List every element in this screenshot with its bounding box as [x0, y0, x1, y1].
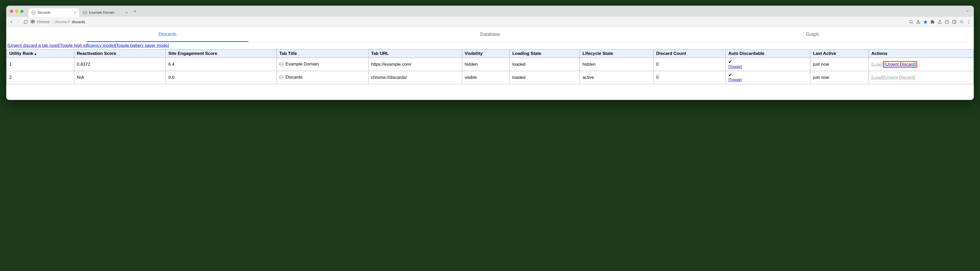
col-discard-count[interactable]: Discard Count [654, 49, 725, 58]
cell-discard-count: 0 [654, 71, 725, 84]
close-tab-button[interactable]: × [74, 11, 76, 15]
checkmark-icon: ✔ [728, 73, 808, 77]
toggle-battery-saver-link[interactable]: [Toggle battery saver mode] [115, 43, 169, 48]
sidepanel-icon[interactable] [952, 19, 956, 24]
col-tab-title[interactable]: Tab Title [277, 49, 369, 58]
cell-last-active: just now [810, 71, 869, 84]
tab-title: Example Domain [89, 11, 115, 14]
col-last-active[interactable]: Last Active [810, 49, 869, 58]
tab-strip: Discards × Example Domain × + [6, 6, 974, 17]
urgent-discard-action-link: [Urgent Discard] [883, 75, 915, 80]
cell-last-active: just now [810, 58, 869, 71]
svg-point-7 [969, 21, 969, 22]
table-row: 2N/A0.0Discardschrome://discards/visible… [7, 71, 974, 84]
cell-tab-title: Discards [277, 71, 369, 84]
globe-icon [279, 75, 283, 79]
forward-button[interactable] [16, 19, 21, 24]
cell-lifecycle-state: hidden [580, 58, 654, 71]
table-header-row: Utility Rank▲ Reactivation Score Site En… [7, 49, 974, 58]
sort-ascending-icon: ▲ [34, 52, 37, 56]
reload-button[interactable] [24, 19, 28, 24]
table-row: 10.83726.4Example Domainhttps://example.… [7, 58, 974, 71]
load-action-link: [Load] [872, 75, 883, 80]
kebab-menu-icon[interactable] [966, 19, 971, 24]
cell-visibility: hidden [462, 58, 509, 71]
close-tab-button[interactable]: × [126, 11, 128, 15]
bookmark-star-icon[interactable] [923, 19, 928, 24]
checkmark-icon: ✔ [728, 59, 808, 64]
col-tab-url[interactable]: Tab URL [368, 49, 462, 58]
tab-title: Discards [38, 11, 51, 14]
svg-rect-3 [953, 20, 956, 24]
browser-toolbar: Chrome | chrome://discards [6, 17, 974, 27]
cell-site-engagement-score: 0.0 [166, 71, 277, 84]
col-visibility[interactable]: Visibility [462, 49, 509, 58]
globe-icon [83, 11, 87, 15]
svg-point-5 [961, 21, 962, 22]
svg-point-0 [910, 20, 912, 23]
url-source-label: Chrome [37, 20, 50, 24]
tab-title-text: Example Domain [285, 62, 318, 67]
cell-lifecycle-state: active [580, 71, 654, 84]
view-tabs: Discards Database Graph [6, 27, 974, 42]
auto-discardable-toggle-link[interactable]: [Toggle] [728, 64, 742, 69]
globe-icon [279, 62, 283, 66]
window-controls [10, 10, 24, 13]
browser-window: Discards × Example Domain × + Chrome | c… [6, 6, 974, 100]
highlight-annotation: [Urgent Discard] [883, 61, 917, 68]
tab-title-text: Discards [285, 75, 302, 80]
view-tab-discards[interactable]: Discards [6, 27, 329, 42]
globe-icon [32, 11, 35, 15]
back-button[interactable] [9, 19, 14, 24]
cell-site-engagement-score: 6.4 [166, 58, 277, 71]
url-host: discards [72, 20, 85, 24]
auto-discardable-toggle-link[interactable]: [Toggle] [728, 78, 742, 82]
discards-page: Discards Database Graph [Urgent discard … [6, 27, 974, 100]
cell-tab-url: chrome://discards/ [368, 71, 462, 84]
separator: | [52, 20, 53, 24]
share-icon[interactable] [916, 19, 921, 24]
cell-visibility: visible [462, 71, 509, 84]
minimize-window-button[interactable] [15, 10, 18, 13]
profile-avatar-icon[interactable] [959, 19, 964, 24]
new-tab-button[interactable]: + [131, 9, 139, 14]
view-tab-graph[interactable]: Graph [651, 27, 974, 42]
col-label: Utility Rank [9, 51, 33, 56]
browser-tab-example[interactable]: Example Domain × [80, 8, 131, 17]
view-tab-database[interactable]: Database [329, 27, 651, 42]
svg-point-6 [969, 20, 969, 21]
col-reactivation-score[interactable]: Reactivation Score [74, 49, 166, 58]
cell-reactivation-score: 0.8372 [74, 58, 166, 71]
chrome-icon [30, 20, 35, 24]
cell-reactivation-score: N/A [74, 71, 166, 84]
cell-discard-count: 0 [654, 58, 725, 71]
col-auto-discardable[interactable]: Auto Discardable [726, 49, 810, 58]
toggle-high-efficiency-link[interactable]: [Toggle high efficiency mode] [59, 43, 115, 48]
urgent-discard-action-link[interactable]: [Urgent Discard] [884, 62, 916, 67]
col-site-engagement-score[interactable]: Site Engagement Score [166, 49, 277, 58]
cell-actions: [Load][Urgent Discard] [869, 58, 973, 71]
urgent-discard-now-link[interactable]: [Urgent discard a tab now] [8, 43, 59, 48]
load-action-link: [Load] [872, 62, 883, 67]
zoom-icon[interactable] [909, 19, 913, 24]
svg-point-8 [969, 23, 969, 24]
col-loading-state[interactable]: Loading State [509, 49, 580, 58]
global-actions: [Urgent discard a tab now][Toggle high e… [6, 42, 974, 49]
browser-tab-discards[interactable]: Discards × [28, 8, 80, 17]
cell-actions: [Load][Urgent Discard] [869, 71, 973, 84]
update-icon[interactable] [945, 19, 950, 24]
col-lifecycle-state[interactable]: Lifecycle State [580, 49, 654, 58]
labs-flask-icon[interactable] [937, 19, 942, 24]
url-scheme: chrome:// [54, 20, 70, 24]
tab-overflow-button[interactable] [964, 9, 971, 14]
close-window-button[interactable] [10, 10, 13, 13]
cell-tab-title: Example Domain [277, 58, 369, 71]
cell-loading-state: loaded [509, 58, 580, 71]
col-actions[interactable]: Actions [869, 49, 973, 58]
cell-auto-discardable: ✔[Toggle] [726, 58, 810, 71]
cell-tab-url: https://example.com/ [368, 58, 462, 71]
extensions-icon[interactable] [930, 19, 935, 24]
address-bar[interactable]: Chrome | chrome://discards [30, 20, 85, 24]
col-utility-rank[interactable]: Utility Rank▲ [7, 49, 75, 58]
maximize-window-button[interactable] [20, 10, 24, 13]
